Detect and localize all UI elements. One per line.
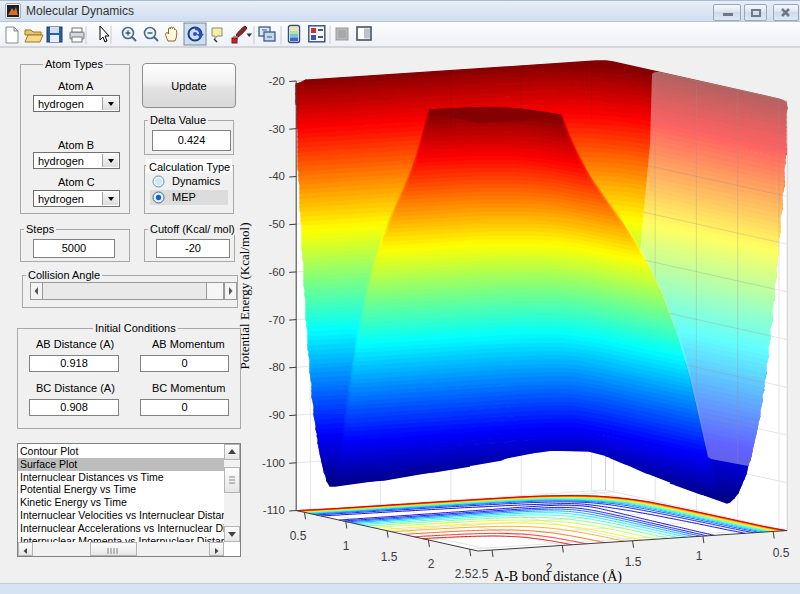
svg-text:-20: -20: [268, 75, 285, 87]
svg-text:A-B bond distance (Å): A-B bond distance (Å): [494, 569, 622, 584]
svg-text:1.5: 1.5: [381, 550, 398, 564]
svg-text:2.5: 2.5: [472, 567, 489, 581]
svg-text:1: 1: [696, 549, 703, 563]
svg-text:-80: -80: [268, 361, 285, 373]
svg-text:0.5: 0.5: [773, 546, 790, 560]
svg-text:2: 2: [428, 557, 435, 571]
svg-text:-60: -60: [268, 266, 285, 278]
svg-text:1.5: 1.5: [625, 555, 642, 569]
svg-text:-40: -40: [268, 170, 285, 182]
svg-text:-90: -90: [268, 409, 285, 421]
svg-text:-30: -30: [268, 123, 285, 135]
svg-text:-100: -100: [262, 457, 285, 469]
svg-text:-50: -50: [268, 218, 285, 230]
svg-text:1: 1: [343, 539, 350, 553]
svg-text:-110: -110: [263, 504, 285, 516]
svg-text:2.5: 2.5: [455, 567, 472, 581]
svg-text:0.5: 0.5: [290, 529, 307, 543]
svg-text:-70: -70: [268, 314, 285, 326]
